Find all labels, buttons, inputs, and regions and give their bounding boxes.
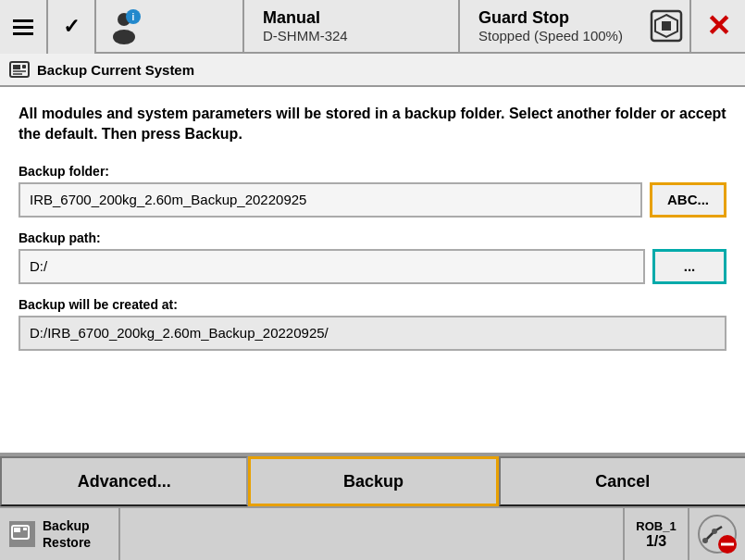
backup-folder-label: Backup folder:: [19, 164, 726, 179]
backup-folder-row: IRB_6700_200kg_2.60m_Backup_20220925 ABC…: [19, 182, 726, 218]
backup-restore-label: Backup Restore: [43, 517, 91, 551]
chevron-down-icon: ✓: [63, 15, 80, 39]
hamburger-icon: [13, 19, 33, 35]
header-bar: ✓ i Manual D-SHMM-324 Guard Stop Stopped…: [0, 0, 745, 54]
status-bar: Backup Restore ROB_1 1/3: [0, 506, 745, 560]
action-bar: Advanced... Backup Cancel: [0, 454, 745, 506]
title-bar: Backup Current System: [0, 54, 745, 87]
backup-folder-input[interactable]: IRB_6700_200kg_2.60m_Backup_20220925: [19, 182, 642, 218]
chevron-button[interactable]: ✓: [48, 0, 96, 54]
backup-button[interactable]: Backup: [248, 456, 498, 506]
header-mode: Manual: [263, 8, 440, 28]
svg-rect-6: [662, 21, 671, 31]
backup-icon: [9, 59, 30, 80]
close-icon: ✕: [706, 8, 731, 44]
svg-rect-9: [22, 65, 26, 68]
backup-label-line1: Backup: [43, 517, 91, 534]
description-text: All modules and system parameters will b…: [19, 104, 726, 145]
status-title: Guard Stop: [478, 8, 625, 28]
status-right: ROB_1 1/3: [623, 508, 745, 560]
backup-path-section: Backup path: D:/ ...: [19, 230, 726, 284]
guard-stop-button[interactable]: [643, 0, 691, 52]
backup-path-label: Backup path:: [19, 230, 726, 245]
cancel-button[interactable]: Cancel: [499, 456, 745, 506]
svg-point-1: [113, 30, 135, 44]
backup-restore-section[interactable]: Backup Restore: [0, 508, 120, 560]
header-device: D-SHMM-324: [263, 28, 440, 44]
content-wrapper: Backup Current System All modules and sy…: [0, 54, 745, 560]
rob-pages: 1/3: [646, 533, 666, 550]
backup-created-section: Backup will be created at: D:/IRB_6700_2…: [19, 297, 726, 351]
robot-icon: [696, 513, 739, 555]
close-button[interactable]: ✕: [691, 0, 745, 52]
backup-folder-section: Backup folder: IRB_6700_200kg_2.60m_Back…: [19, 164, 726, 218]
svg-rect-14: [23, 528, 27, 530]
robot-status-icon: [689, 508, 745, 560]
svg-rect-8: [13, 65, 20, 69]
user-icon: i: [106, 7, 143, 44]
backup-created-label: Backup will be created at:: [19, 297, 726, 312]
backup-created-row: D:/IRB_6700_200kg_2.60m_Backup_20220925/: [19, 316, 726, 351]
user-info-section: i: [96, 0, 244, 52]
header-center: Manual D-SHMM-324: [244, 0, 458, 52]
page-title: Backup Current System: [37, 62, 194, 78]
svg-rect-13: [14, 528, 20, 532]
main-panel: All modules and system parameters will b…: [0, 87, 745, 454]
svg-text:i: i: [132, 12, 135, 22]
backup-path-input[interactable]: D:/: [19, 249, 645, 284]
rob-label: ROB_1: [636, 519, 676, 533]
menu-button[interactable]: [0, 0, 48, 54]
backup-path-row: D:/ ...: [19, 249, 726, 284]
svg-point-21: [702, 538, 708, 543]
backup-label-line2: Restore: [43, 534, 91, 551]
browse-button[interactable]: ...: [652, 249, 726, 284]
svg-point-20: [712, 529, 717, 534]
backup-created-value: D:/IRB_6700_200kg_2.60m_Backup_20220925/: [19, 316, 726, 351]
header-status: Guard Stop Stopped (Speed 100%): [458, 0, 643, 52]
rob-badge: ROB_1 1/3: [625, 508, 689, 560]
backup-restore-icon: [9, 521, 35, 547]
abc-button[interactable]: ABC...: [650, 182, 726, 218]
form-area: All modules and system parameters will b…: [0, 87, 745, 453]
status-sub: Stopped (Speed 100%): [478, 28, 625, 44]
advanced-button[interactable]: Advanced...: [0, 456, 248, 506]
guard-stop-icon: [650, 9, 683, 43]
